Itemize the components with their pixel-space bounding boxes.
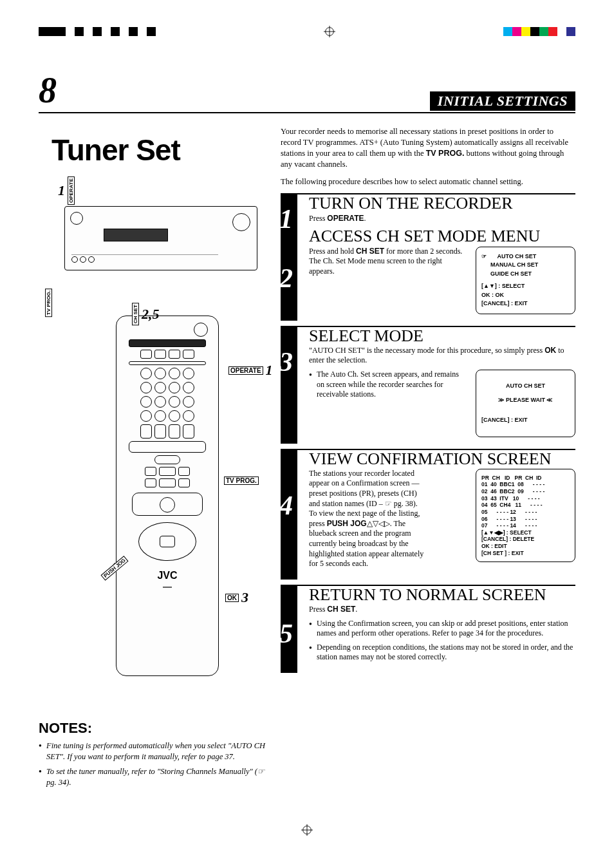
step-title: VIEW CONFIRMATION SCREEN [309,450,575,467]
step-text: Press and hold CH SET for more than 2 se… [309,247,468,277]
diagram-area: 1OPERATE TV PROG. CH SET2,5 OPERATE1 TV … [39,180,270,676]
notes-list: Fine tuning is performed automatically w… [39,741,270,788]
step-text: "AUTO CH SET" is the necessary mode for … [309,346,575,366]
registration-mark-icon [324,26,335,37]
chset-label: CH SET [132,303,139,325]
print-marks-bottom [39,824,575,836]
auto-ch-screen: AUTO CH SET ≫ PLEASE WAIT ≪ [CANCEL] : E… [476,370,575,437]
step-3: 3 SELECT MODE "AUTO CH SET" is the neces… [281,326,575,444]
step-bullet-list: The Auto Ch. Set screen appears, and rem… [309,370,468,404]
step-5: 5 RETURN TO NORMAL SCREEN Press CH SET. … [281,585,575,673]
ok-label: OK [225,594,239,602]
color-bars-right [503,27,575,36]
confirmation-screen: PR CH ID PR CH ID 01 40 BBC1 08 - - - - … [476,469,575,563]
main-title: Tuner Set [51,133,270,167]
print-marks-top [39,26,575,37]
vcr-diagram [64,206,257,270]
registration-mark-icon [301,824,313,836]
tvprog-label-2: TV PROG. [224,476,259,485]
step-number: 3 [279,346,293,377]
step-bullet-list: Using the Confirmation screen, you can s… [309,619,575,663]
step-text: The stations your recorder located appea… [309,469,425,569]
section-banner: INITIAL SETTINGS [430,91,575,111]
step-1: 1 2 TURN ON THE RECORDER Press OPERATE. … [281,193,575,320]
intro-paragraph-2: The following procedure describes how to… [281,176,575,187]
menu-screen: ☞ AUTO CH SET MANUAL CH SET GUIDE CH SET… [476,247,575,314]
step-text: Press CH SET. [309,605,575,615]
step-title: SELECT MODE [309,327,575,344]
brand-logo: JVC [157,570,177,581]
tvprog-label: TV PROG. [45,288,52,317]
color-bars-left [39,27,156,36]
step-title: TURN ON THE RECORDER [309,194,575,212]
intro-paragraph-1: Your recorder needs to memorise all nece… [281,126,575,170]
page-header: 8 INITIAL SETTINGS [39,70,575,113]
remote-diagram: JVC ▬▬ [116,316,219,676]
operate-label: OPERATE [68,176,75,205]
step-number: 1 [279,203,293,234]
step-number: 2 [279,263,293,294]
step-4: 4 VIEW CONFIRMATION SCREEN The stations … [281,449,575,580]
note-item: To set the tuner manually, refer to "Sto… [39,766,270,788]
step-number: 5 [279,618,293,649]
operate-label-2: OPERATE [228,366,263,375]
notes-heading: NOTES: [39,720,270,737]
note-item: Fine tuning is performed automatically w… [39,741,270,762]
step-title: RETURN TO NORMAL SCREEN [309,586,575,603]
page-number: 8 [39,70,57,111]
step-text: Press OPERATE. [309,214,575,224]
step-number: 4 [279,490,293,521]
step-title: ACCESS CH SET MODE MENU [309,227,575,245]
